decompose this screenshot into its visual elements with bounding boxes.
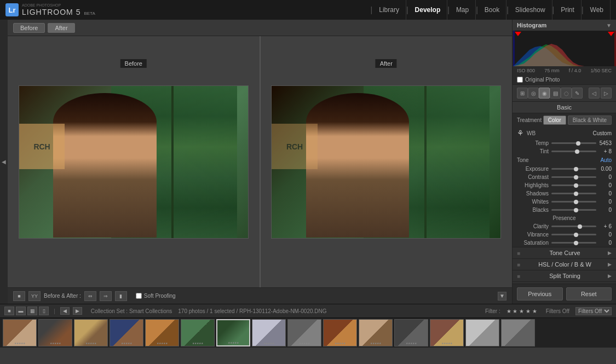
- adobe-brand: ADOBE PHOTOSHOP: [22, 3, 95, 7]
- thumb-13[interactable]: ★★★★★: [430, 319, 464, 346]
- crop-tool[interactable]: ⊞: [517, 88, 528, 99]
- before-button[interactable]: Before: [13, 23, 45, 33]
- blacks-slider[interactable]: [551, 209, 596, 211]
- thumb-7-selected[interactable]: ★★★★★: [216, 319, 250, 346]
- thumb-14[interactable]: [465, 319, 499, 346]
- saturation-slider[interactable]: [551, 242, 596, 244]
- bw-treatment-btn[interactable]: Black & White: [568, 115, 612, 125]
- thumb-9[interactable]: ★★★★★: [287, 319, 321, 346]
- thumb-15[interactable]: [501, 319, 535, 346]
- thumb-12[interactable]: ★★★★★: [394, 319, 428, 346]
- tone-auto-btn[interactable]: Auto: [600, 157, 612, 163]
- thumb-3[interactable]: ★★★★★: [74, 319, 108, 346]
- highlights-thumb[interactable]: [574, 183, 578, 188]
- tone-subheader: Tone Auto: [513, 155, 616, 165]
- color-treatment-btn[interactable]: Color: [543, 115, 566, 125]
- nav-print[interactable]: Print: [554, 0, 582, 20]
- thumb-11[interactable]: ★★★★★: [359, 319, 393, 346]
- histogram-section: Histogram ▼: [513, 20, 616, 84]
- filmstrip-collection-info: Collection Set : Smart Collections: [91, 308, 172, 314]
- after-sign-decor: RCH: [272, 124, 318, 169]
- hsl-section[interactable]: ■ HSL / Color / B & W ▶: [513, 258, 616, 270]
- thumb-5[interactable]: ★★★★★: [145, 319, 179, 346]
- vibrance-slider[interactable]: [551, 234, 596, 235]
- filmstrip-view-3[interactable]: ▦: [27, 307, 37, 315]
- filmstrip: ■ ▬ ▦ ▯ | ◀ ▶ Collection Set : Smart Col…: [0, 304, 616, 348]
- contrast-thumb[interactable]: [574, 175, 578, 180]
- thumb-2[interactable]: ★★★★★: [38, 319, 72, 346]
- split-toning-label: Split Toning: [549, 273, 580, 279]
- nav-map[interactable]: Map: [450, 0, 476, 20]
- soft-proof-toggle[interactable]: Soft Proofing: [136, 293, 176, 299]
- copy-button[interactable]: ⇒: [100, 291, 112, 301]
- paste-button[interactable]: ▮: [115, 291, 127, 301]
- radial-tool[interactable]: ◌: [561, 88, 572, 99]
- thumb-6[interactable]: ★★★★★: [181, 319, 215, 346]
- temp-value: 5453: [596, 140, 612, 146]
- vibrance-value: 0: [596, 232, 612, 238]
- nav-develop[interactable]: Develop: [408, 0, 448, 20]
- nav-web[interactable]: Web: [584, 0, 611, 20]
- contrast-slider[interactable]: [551, 176, 596, 178]
- expand-all-tool[interactable]: ◁: [589, 88, 600, 99]
- thumb-1[interactable]: ★★★★★: [3, 319, 37, 346]
- whites-value: 0: [596, 199, 612, 205]
- tint-slider[interactable]: [551, 151, 596, 152]
- nav-book[interactable]: Book: [478, 0, 506, 20]
- filmstrip-view-1[interactable]: ■: [4, 307, 14, 315]
- spot-remove-tool[interactable]: ◎: [528, 88, 539, 99]
- shadows-thumb[interactable]: [574, 192, 578, 196]
- whites-thumb[interactable]: [574, 200, 578, 204]
- exposure-slider[interactable]: [551, 168, 596, 170]
- blacks-thumb[interactable]: [574, 208, 578, 212]
- main-layout: ◀ Before After RCH Before RCH: [0, 20, 616, 304]
- tone-curve-section[interactable]: ■ Tone Curve ▶: [513, 247, 616, 258]
- split-toning-collapse-icon: ■: [517, 273, 520, 279]
- adjustment-brush-tool[interactable]: ✎: [572, 88, 583, 99]
- view-btn-yy[interactable]: YY: [28, 291, 41, 301]
- thumb-8[interactable]: ★★★★★: [252, 319, 286, 346]
- split-toning-section[interactable]: ■ Split Toning ▶: [513, 270, 616, 281]
- filter-select[interactable]: Filters Off: [575, 307, 612, 315]
- treatment-row: Treatment Color Black & White: [513, 113, 616, 127]
- clarity-thumb[interactable]: [578, 224, 582, 229]
- temp-slider[interactable]: [551, 142, 596, 144]
- filmstrip-view-2[interactable]: ▬: [16, 307, 26, 315]
- thumb-4[interactable]: ★★★★★: [110, 319, 143, 346]
- whites-slider[interactable]: [551, 201, 596, 203]
- left-panel-toggle[interactable]: ◀: [0, 20, 8, 304]
- soft-proof-checkbox[interactable]: [136, 293, 142, 299]
- view-btn-1[interactable]: ■: [13, 291, 25, 301]
- orig-photo-checkbox[interactable]: [517, 77, 523, 83]
- view-options-button[interactable]: ▼: [498, 292, 506, 301]
- contrast-slider-row: Contrast 0: [513, 173, 616, 181]
- saturation-thumb[interactable]: [574, 241, 578, 245]
- clarity-slider[interactable]: [551, 226, 596, 227]
- highlights-value: 0: [596, 182, 612, 188]
- thumb-10[interactable]: ★★★★★: [323, 319, 357, 346]
- highlights-slider[interactable]: [551, 184, 596, 186]
- collapse-all-tool[interactable]: ▷: [601, 88, 612, 99]
- tint-slider-thumb[interactable]: [575, 149, 579, 154]
- after-button[interactable]: After: [48, 23, 74, 33]
- previous-button[interactable]: Previous: [517, 287, 563, 301]
- reset-button[interactable]: Reset: [566, 287, 612, 301]
- vibrance-thumb[interactable]: [574, 233, 578, 237]
- nav-slideshow[interactable]: Slideshow: [509, 0, 552, 20]
- treatment-label: Treatment: [517, 117, 542, 123]
- temp-slider-thumb[interactable]: [576, 141, 580, 146]
- highlights-slider-row: Highlights 0: [513, 181, 616, 189]
- exposure-thumb[interactable]: [574, 167, 578, 171]
- nav-prev-btn[interactable]: ◀: [60, 307, 70, 315]
- histogram-expand-icon: ▼: [606, 22, 612, 28]
- shadows-slider[interactable]: [551, 193, 596, 194]
- graduated-tool[interactable]: ▤: [550, 88, 561, 99]
- wb-eyedropper-icon[interactable]: ⚘: [517, 129, 524, 137]
- redeye-tool[interactable]: ◉: [539, 88, 550, 99]
- filmstrip-images: ★★★★★ ★★★★★ ★★★★★ ★★★★★ ★★★★★ ★★★★★ ★★★★…: [0, 318, 616, 348]
- filmstrip-view-4[interactable]: ▯: [39, 307, 49, 315]
- swap-button[interactable]: ⇔: [84, 291, 96, 301]
- whites-label: Whites: [517, 199, 549, 205]
- nav-next-btn[interactable]: ▶: [73, 307, 82, 315]
- nav-library[interactable]: Library: [372, 0, 406, 20]
